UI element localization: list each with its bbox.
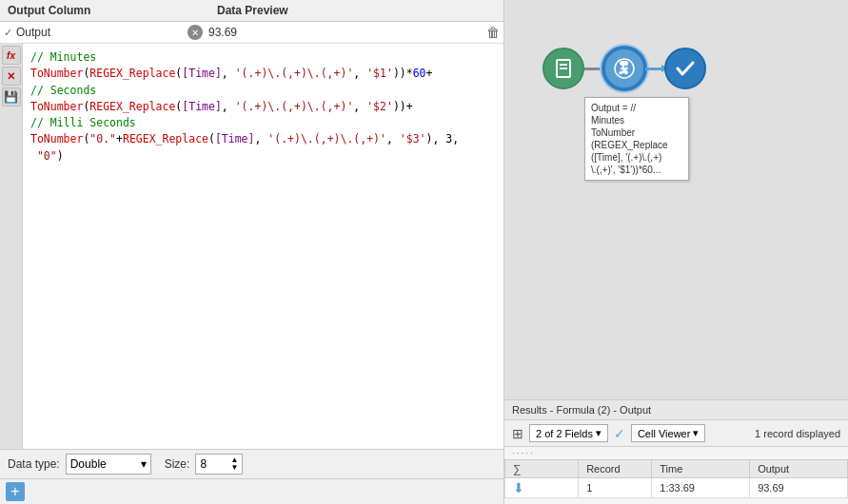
cell-viewer-label: Cell Viewer xyxy=(638,428,690,439)
fields-label: 2 of 2 Fields xyxy=(536,428,593,439)
row-icon: ⬇ xyxy=(513,480,524,495)
check-node-icon[interactable] xyxy=(664,48,706,89)
trash-icon[interactable]: 🗑 xyxy=(486,25,500,40)
size-input[interactable]: 8 ▲▼ xyxy=(195,454,243,475)
node-book[interactable] xyxy=(542,48,584,89)
code-line-1: // Minutes xyxy=(30,49,496,66)
results-toolbar: ⊞ 2 of 2 Fields ▾ ✓ Cell Viewer ▾ 1 reco… xyxy=(504,420,848,447)
formula-node-icon[interactable] xyxy=(603,48,645,89)
fx-button[interactable]: fx xyxy=(2,46,21,65)
sum-icon: ∑ xyxy=(513,462,522,475)
cell-viewer-button[interactable]: Cell Viewer ▾ xyxy=(631,424,705,442)
canvas-area[interactable]: Output = //MinutesToNumber(REGEX_Replace… xyxy=(504,0,848,399)
code-line-7: "0") xyxy=(30,148,496,165)
code-area[interactable]: // Minutes ToNumber(REGEX_Replace([Time]… xyxy=(23,44,503,449)
x-button[interactable]: ✕ xyxy=(2,67,21,86)
cell-viewer-chevron: ▾ xyxy=(693,427,699,439)
node-formula[interactable]: Output = //MinutesToNumber(REGEX_Replace… xyxy=(603,48,645,89)
workflow: Output = //MinutesToNumber(REGEX_Replace… xyxy=(542,48,706,89)
results-header: Results - Formula (2) - Output xyxy=(504,400,848,420)
record-count: 1 record displayed xyxy=(755,428,840,439)
panel-header: Output Column Data Preview xyxy=(0,0,503,22)
save-sidebar-button[interactable]: 💾 xyxy=(2,87,21,107)
output-value: 93.69 xyxy=(208,26,486,39)
code-line-2: ToNumber(REGEX_Replace([Time], '(.+)\.(,… xyxy=(30,66,496,82)
column-record[interactable]: Record xyxy=(579,460,652,478)
size-label: Size: xyxy=(165,457,190,471)
code-line-3: // Seconds xyxy=(30,83,496,99)
row-indicator: ⬇ xyxy=(505,478,579,498)
add-row: + xyxy=(0,478,503,504)
cell-time: 1:33.69 xyxy=(652,478,750,498)
fields-button[interactable]: 2 of 2 Fields ▾ xyxy=(529,424,608,442)
sum-icon-cell: ∑ xyxy=(505,460,579,478)
results-panel: Results - Formula (2) - Output ⊞ 2 of 2 … xyxy=(504,399,848,504)
datatype-select[interactable]: Double ▾ xyxy=(66,454,151,475)
data-preview-header: Data Preview xyxy=(217,4,288,17)
column-time[interactable]: Time xyxy=(652,460,750,478)
column-record-label: Record xyxy=(586,463,620,475)
code-line-5: // Milli Seconds xyxy=(30,115,496,131)
column-time-label: Time xyxy=(660,463,682,475)
table-row: ⬇ 1 1:33.69 93.69 xyxy=(505,478,848,498)
results-title: Results - Formula (2) - Output xyxy=(512,404,651,416)
right-panel: Output = //MinutesToNumber(REGEX_Replace… xyxy=(504,0,848,504)
output-column-header: Output Column xyxy=(8,4,217,17)
grid-icon[interactable]: ⊞ xyxy=(512,426,523,441)
sidebar: fx ✕ 💾 xyxy=(0,44,23,449)
checkmark-icon: ✓ xyxy=(614,426,625,441)
dots-separator: ····· xyxy=(504,447,848,459)
left-panel: Output Column Data Preview ✓ Output ✕ 93… xyxy=(0,0,504,504)
datatype-row: Data type: Double ▾ Size: 8 ▲▼ xyxy=(0,449,503,478)
datatype-value: Double xyxy=(70,457,107,471)
node-check[interactable] xyxy=(664,48,706,89)
clear-button[interactable]: ✕ xyxy=(187,25,203,40)
datatype-chevron: ▾ xyxy=(141,457,147,471)
column-output-label: Output xyxy=(758,463,789,475)
connector-2 xyxy=(645,68,664,70)
check-icon: ✓ xyxy=(4,27,12,39)
connector-1 xyxy=(584,68,603,70)
code-line-4: ToNumber(REGEX_Replace([Time], '(.+)\.(,… xyxy=(30,99,496,115)
output-row: ✓ Output ✕ 93.69 🗑 xyxy=(0,22,503,44)
code-line-6: ToNumber("0."+REGEX_Replace([Time], '(.+… xyxy=(30,131,496,147)
book-node-icon[interactable] xyxy=(542,48,584,89)
fields-chevron: ▾ xyxy=(596,427,601,439)
size-spinners: ▲▼ xyxy=(230,456,238,472)
datatype-label: Data type: xyxy=(8,457,60,471)
size-value: 8 xyxy=(200,457,207,471)
results-table[interactable]: ∑ Record Time Output xyxy=(504,459,848,504)
left-content: fx ✕ 💾 // Minutes ToNumber(REGEX_Replace… xyxy=(0,44,503,449)
node-tooltip: Output = //MinutesToNumber(REGEX_Replace… xyxy=(584,97,689,181)
cell-output: 93.69 xyxy=(750,478,848,498)
cell-record: 1 xyxy=(579,478,652,498)
table-header-row: ∑ Record Time Output xyxy=(505,460,848,478)
tooltip-text: Output = //MinutesToNumber(REGEX_Replace… xyxy=(591,103,668,175)
column-output[interactable]: Output xyxy=(750,460,848,478)
add-button[interactable]: + xyxy=(6,482,25,501)
output-column-name: Output xyxy=(16,26,187,39)
